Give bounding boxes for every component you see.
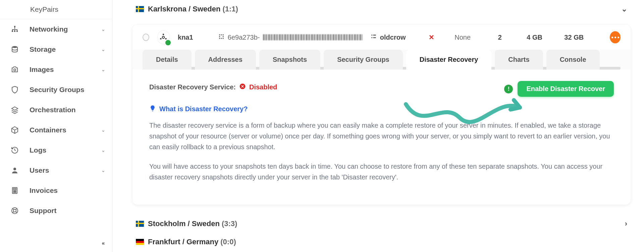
svg-point-6 [13, 168, 16, 170]
sidebar-item-logs[interactable]: Logs ⌄ [0, 140, 112, 160]
svg-rect-32 [373, 37, 376, 38]
svg-point-17 [162, 36, 165, 39]
alert-icon: ! [504, 85, 513, 93]
sidebar-item-containers[interactable]: Containers ⌄ [0, 120, 112, 140]
disaster-recovery-panel: Disaster Recovery Service: Disabled ! En… [132, 70, 631, 205]
sidebar-item-images[interactable]: Images ⌄ [0, 59, 112, 80]
list-icon [371, 34, 377, 41]
region-name: Karlskrona / Sweden [148, 5, 220, 13]
shield-icon [10, 85, 19, 94]
svg-point-10 [14, 191, 15, 191]
svg-rect-31 [371, 37, 372, 38]
region-row-stockholm[interactable]: Stockholm / Sweden (3:3) › [132, 215, 631, 233]
lightbulb-icon [149, 105, 156, 113]
instance-cpu: 2 [498, 34, 502, 41]
sidebar-item-invoices[interactable]: Invoices [0, 180, 112, 201]
enable-disaster-recovery-button[interactable]: Enable Disaster Recover [518, 81, 614, 97]
dr-status-value: Disabled [249, 83, 277, 91]
qr-icon [218, 34, 224, 41]
sidebar-item-support[interactable]: Support [0, 201, 112, 221]
svg-rect-23 [223, 34, 224, 35]
chevron-down-icon: ⌄ [101, 148, 105, 153]
svg-rect-26 [219, 38, 220, 39]
sidebar-item-security-groups[interactable]: Security Groups [0, 80, 112, 100]
instance-header: kna1 6e9a273b- oldcrow ✕ None 2 4 GB 32 … [132, 25, 631, 50]
close-icon: ✕ [429, 33, 434, 41]
sidebar-item-label: Invoices [30, 186, 58, 195]
tab-addresses[interactable]: Addresses [195, 50, 256, 70]
tab-console[interactable]: Console [546, 50, 600, 70]
chevron-right-icon: › [625, 219, 627, 228]
sidebar-item-networking[interactable]: Networking ⌄ [0, 19, 112, 39]
svg-point-13 [14, 192, 15, 193]
flag-germany-icon [136, 239, 144, 245]
svg-point-12 [13, 192, 14, 193]
database-icon [10, 45, 19, 54]
main-content: Karlskrona / Sweden (1:1) ⌄ kna1 6e9a273… [112, 0, 644, 252]
svg-point-18 [163, 34, 164, 35]
os-badge-ubuntu [157, 30, 170, 44]
instance-ip: None [454, 34, 471, 41]
tab-security-groups[interactable]: Security Groups [324, 50, 403, 70]
svg-rect-22 [221, 34, 222, 35]
svg-point-14 [15, 192, 16, 193]
layers-icon [10, 105, 19, 115]
chevron-down-icon: ⌄ [101, 27, 105, 32]
svg-rect-21 [219, 34, 220, 35]
disabled-icon [239, 83, 246, 91]
svg-rect-24 [219, 36, 220, 37]
dr-what-heading: What is Disaster Recovery? [159, 105, 248, 113]
chevron-down-icon: ⌄ [101, 127, 105, 133]
svg-rect-3 [16, 31, 18, 32]
network-icon [10, 25, 19, 34]
user-icon [10, 166, 19, 175]
calculator-icon [10, 186, 19, 195]
region-name: Frankfurt / Germany [148, 238, 218, 246]
tab-disaster-recovery[interactable]: Disaster Recovery [406, 50, 492, 70]
region-row-karlskrona[interactable]: Karlskrona / Sweden (1:1) ⌄ [132, 0, 631, 18]
sidebar-item-label: Support [30, 207, 56, 215]
svg-point-16 [13, 209, 16, 212]
svg-rect-0 [14, 26, 15, 27]
sidebar-collapse-button[interactable]: « [97, 237, 109, 249]
svg-point-4 [12, 46, 17, 48]
dr-status-label: Disaster Recovery Service: [149, 83, 236, 91]
instance-actions-button[interactable] [610, 31, 621, 43]
svg-point-9 [13, 191, 14, 191]
flag-sweden-icon [136, 221, 144, 227]
sidebar-item-storage[interactable]: Storage ⌄ [0, 39, 112, 59]
instance-host: oldcrow [380, 34, 406, 41]
svg-rect-27 [221, 38, 222, 39]
svg-rect-29 [371, 35, 372, 36]
instance-select-radio[interactable] [143, 34, 149, 41]
instance-tabs: Details Addresses Snapshots Security Gro… [132, 50, 631, 70]
chevron-down-icon: ⌄ [101, 168, 105, 173]
dr-description-1: The disaster recovery service is a form … [149, 120, 614, 152]
tab-details[interactable]: Details [143, 50, 192, 70]
sidebar-item-label: Users [30, 166, 49, 174]
chevron-down-icon: ⌄ [621, 5, 627, 13]
svg-rect-1 [12, 31, 13, 32]
history-icon [10, 145, 19, 155]
sidebar-item-label: Security Groups [30, 86, 84, 94]
camera-icon [10, 65, 19, 74]
sidebar-item-keypairs[interactable]: KeyPairs [0, 0, 112, 19]
svg-rect-30 [373, 35, 376, 36]
region-count: (3:3) [222, 219, 237, 228]
svg-point-19 [160, 38, 162, 39]
sidebar-item-orchestration[interactable]: Orchestration [0, 100, 112, 120]
instance-memory: 4 GB [527, 34, 542, 41]
region-row-frankfurt[interactable]: Frankfurt / Germany (0:0) [132, 233, 631, 251]
tab-snapshots[interactable]: Snapshots [259, 50, 320, 70]
lifebuoy-icon [10, 206, 19, 215]
region-count: (0:0) [220, 238, 236, 246]
sidebar-item-users[interactable]: Users ⌄ [0, 160, 112, 180]
sidebar-item-label: Networking [30, 25, 68, 33]
cube-icon [10, 125, 19, 135]
svg-point-11 [15, 191, 16, 191]
instance-uuid-prefix: 6e9a273b- [228, 34, 260, 41]
svg-rect-25 [223, 36, 224, 37]
flag-sweden-icon [136, 6, 144, 12]
dr-description-2: You will have access to your snapshots t… [149, 161, 614, 182]
tab-charts[interactable]: Charts [495, 50, 543, 70]
